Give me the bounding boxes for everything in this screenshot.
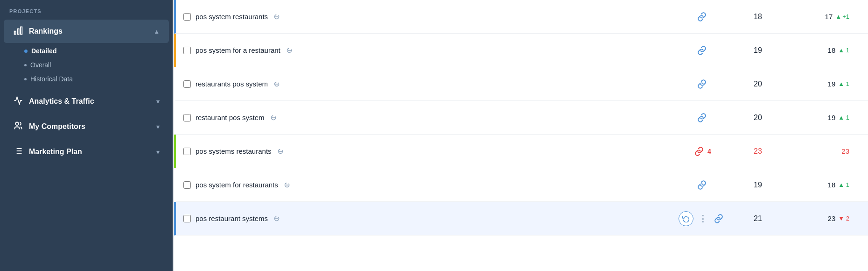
infinity-link-icon[interactable] [273,214,281,223]
link-cell [674,44,730,57]
row-checkbox[interactable] [183,80,191,88]
chain-link-button[interactable] [695,78,708,91]
position-cell: 21 [730,214,786,223]
analytics-icon [13,96,23,107]
sidebar-item-detailed[interactable]: Detailed [0,44,173,58]
rankings-label: Rankings [29,27,63,36]
historical-dot [24,78,27,80]
change-value: 19 [828,114,836,121]
keyword-cell: restaurant pos system [176,114,674,122]
change-value: 18 [828,46,836,54]
svg-rect-2 [21,27,22,35]
competitors-chevron: ▾ [156,123,160,130]
marketing-chevron: ▾ [156,149,160,156]
infinity-link-icon[interactable] [273,13,281,21]
keyword-text: pos system for a restaurant [196,46,280,54]
link-cell [674,78,730,91]
historical-label: Historical Data [30,75,73,83]
position-cell: 19 [730,46,786,55]
change-badge: ▲ 1 [838,181,849,188]
rankings-submenu: Detailed Overall Historical Data [0,44,173,89]
detailed-dot [24,50,28,53]
sidebar: PROJECTS Rankings ▲ Detailed Overall His… [0,0,173,271]
sidebar-item-rankings[interactable]: Rankings ▲ [4,20,169,43]
table-row: pos systems restaurants 4 23 23 [174,135,868,168]
history-button[interactable] [679,211,693,226]
position-cell: 18 [730,13,786,21]
table-row: pos system for restaurants 19 18 ▲ 1 [174,168,868,202]
row-checkbox[interactable] [183,13,191,21]
sidebar-item-historical[interactable]: Historical Data [0,72,173,86]
overall-dot [24,64,27,66]
infinity-link-icon[interactable] [285,46,294,55]
row-checkbox[interactable] [183,215,191,222]
sidebar-item-marketing[interactable]: Marketing Plan ▾ [4,140,169,164]
change-cell: 18 ▲ 1 [786,46,861,54]
keyword-cell: pos restaurant systems [176,214,674,223]
change-value: 23 [841,147,849,155]
svg-rect-1 [17,29,19,35]
chain-link-button[interactable] [712,212,725,225]
keyword-cell: pos system restaurants [176,13,674,21]
keyword-text: pos system restaurants [196,13,268,21]
change-value: 17 [825,13,833,21]
change-cell: 19 ▲ 1 [786,114,861,121]
infinity-link-icon[interactable] [269,114,278,122]
keyword-text: pos restaurant systems [196,214,268,222]
position-cell: 20 [730,114,786,122]
chain-link-button[interactable] [695,10,708,23]
link-cell: 4 [674,145,730,158]
chain-link-button[interactable] [695,111,708,124]
infinity-link-icon[interactable] [273,80,281,88]
chain-link-button[interactable] [695,178,708,192]
overall-label: Overall [30,61,51,69]
change-value: 19 [828,80,836,88]
more-options-button[interactable]: ⋮ [696,212,709,225]
svg-point-3 [15,122,19,126]
link-cell [674,10,730,23]
keyword-cell: pos system for a restaurant [176,46,674,55]
broken-chain-link-button[interactable]: 4 [693,145,711,158]
table-row: pos system restaurants 18 17 ▲ +1 [174,0,868,34]
link-cell [674,111,730,124]
marketing-icon [13,146,23,157]
position-cell: 20 [730,80,786,88]
bar-chart-icon [13,26,23,37]
table-row: pos restaurant systems ⋮ 21 23 ▼ 2 [174,202,868,235]
keyword-cell: pos systems restaurants [176,147,674,156]
change-cell: 23 [786,147,861,155]
table-row: restaurant pos system 20 19 ▲ 1 [174,101,868,135]
detailed-label: Detailed [31,47,56,55]
infinity-link-icon[interactable] [283,181,291,189]
row-checkbox[interactable] [183,148,191,155]
keyword-text: restaurant pos system [196,114,265,121]
keywords-table: pos system restaurants 18 17 ▲ +1 pos sy… [174,0,868,235]
row-checkbox[interactable] [183,47,191,54]
change-badge: ▲ 1 [838,47,849,54]
change-value: 23 [828,214,836,222]
sidebar-item-analytics[interactable]: Analytics & Traffic ▾ [4,90,169,113]
change-badge: ▼ 2 [838,215,849,222]
broken-link-count: 4 [707,148,711,155]
row-checkbox[interactable] [183,181,191,189]
analytics-label: Analytics & Traffic [29,97,94,106]
competitors-icon [13,121,23,132]
change-cell: 18 ▲ 1 [786,181,861,189]
row-checkbox[interactable] [183,114,191,121]
svg-rect-0 [14,31,16,35]
keyword-text: restaurants pos system [196,80,268,88]
sidebar-item-overall[interactable]: Overall [0,58,173,72]
link-cell: ⋮ [674,211,730,226]
chain-link-button[interactable] [695,44,708,57]
position-cell: 19 [730,181,786,189]
change-cell: 23 ▼ 2 [786,214,861,222]
analytics-chevron: ▾ [156,98,160,105]
table-row: pos system for a restaurant 19 18 ▲ 1 [174,34,868,67]
change-cell: 17 ▲ +1 [786,13,861,21]
keyword-cell: pos system for restaurants [176,181,674,189]
change-badge: ▲ +1 [835,13,849,20]
change-cell: 19 ▲ 1 [786,80,861,88]
keyword-cell: restaurants pos system [176,80,674,88]
infinity-link-icon[interactable] [276,147,285,156]
sidebar-item-competitors[interactable]: My Competitors ▾ [4,115,169,138]
